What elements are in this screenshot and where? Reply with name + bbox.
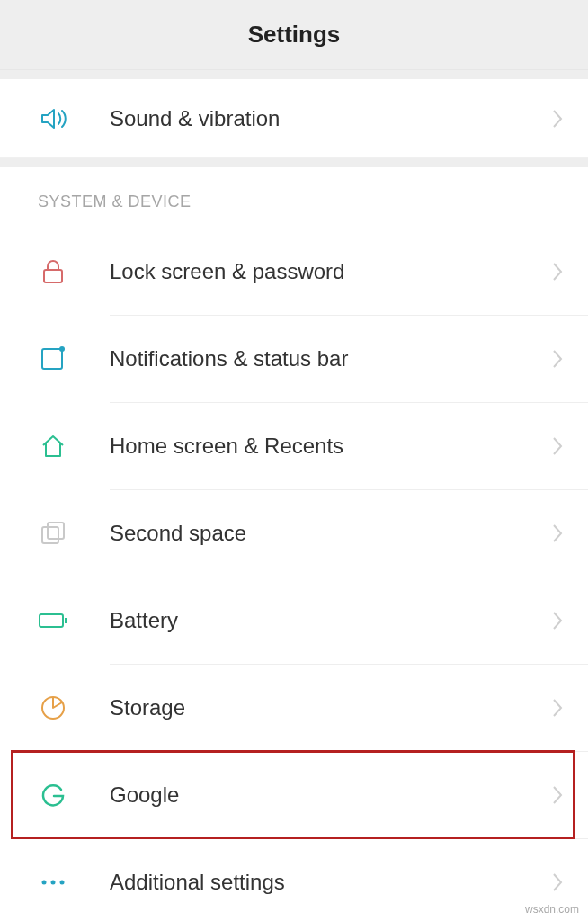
svg-point-2	[59, 346, 65, 352]
chevron-right-icon	[548, 523, 566, 543]
sound-icon	[38, 104, 68, 133]
svg-point-10	[60, 881, 65, 885]
notifications-icon	[38, 345, 68, 372]
settings-item-storage[interactable]: Storage	[0, 665, 588, 751]
svg-point-9	[51, 881, 56, 885]
settings-item-home[interactable]: Home screen & Recents	[0, 403, 588, 489]
settings-item-second-space[interactable]: Second space	[0, 490, 588, 577]
settings-item-lock[interactable]: Lock screen & password	[0, 228, 588, 315]
chevron-right-icon	[548, 109, 566, 129]
svg-point-8	[42, 881, 47, 885]
svg-rect-1	[42, 349, 62, 369]
more-icon	[38, 878, 68, 887]
settings-item-label: Sound & vibration	[110, 106, 548, 131]
svg-rect-6	[65, 618, 67, 623]
settings-item-label: Home screen & Recents	[110, 434, 548, 459]
chevron-right-icon	[548, 872, 566, 892]
chevron-right-icon	[548, 698, 566, 718]
storage-icon	[38, 694, 68, 721]
settings-item-additional[interactable]: Additional settings	[0, 839, 588, 921]
second-space-icon	[38, 520, 68, 547]
chevron-right-icon	[548, 436, 566, 456]
section-gap	[0, 70, 588, 79]
chevron-right-icon	[548, 349, 566, 369]
lock-icon	[38, 258, 68, 285]
settings-item-label: Battery	[110, 608, 548, 633]
svg-rect-0	[44, 270, 62, 282]
settings-item-battery[interactable]: Battery	[0, 577, 588, 664]
section-header-system: SYSTEM & DEVICE	[0, 167, 588, 228]
settings-item-label: Notifications & status bar	[110, 346, 548, 371]
settings-item-label: Additional settings	[110, 870, 548, 895]
settings-item-label: Lock screen & password	[110, 259, 548, 284]
chevron-right-icon	[548, 611, 566, 630]
chevron-right-icon	[548, 785, 566, 805]
settings-item-label: Second space	[110, 521, 548, 546]
settings-item-sound[interactable]: Sound & vibration	[0, 79, 588, 158]
page-title: Settings	[248, 21, 341, 49]
home-icon	[38, 433, 68, 460]
svg-rect-4	[48, 523, 64, 539]
svg-rect-3	[42, 527, 58, 543]
settings-item-label: Storage	[110, 695, 548, 720]
settings-item-google[interactable]: Google	[0, 752, 588, 838]
settings-item-notifications[interactable]: Notifications & status bar	[0, 316, 588, 402]
chevron-right-icon	[548, 262, 566, 282]
google-icon	[38, 782, 68, 809]
settings-item-label: Google	[110, 782, 548, 808]
svg-rect-5	[40, 614, 63, 627]
app-header: Settings	[0, 0, 588, 70]
section-gap	[0, 158, 588, 167]
battery-icon	[38, 611, 68, 630]
watermark: wsxdn.com	[525, 903, 579, 916]
